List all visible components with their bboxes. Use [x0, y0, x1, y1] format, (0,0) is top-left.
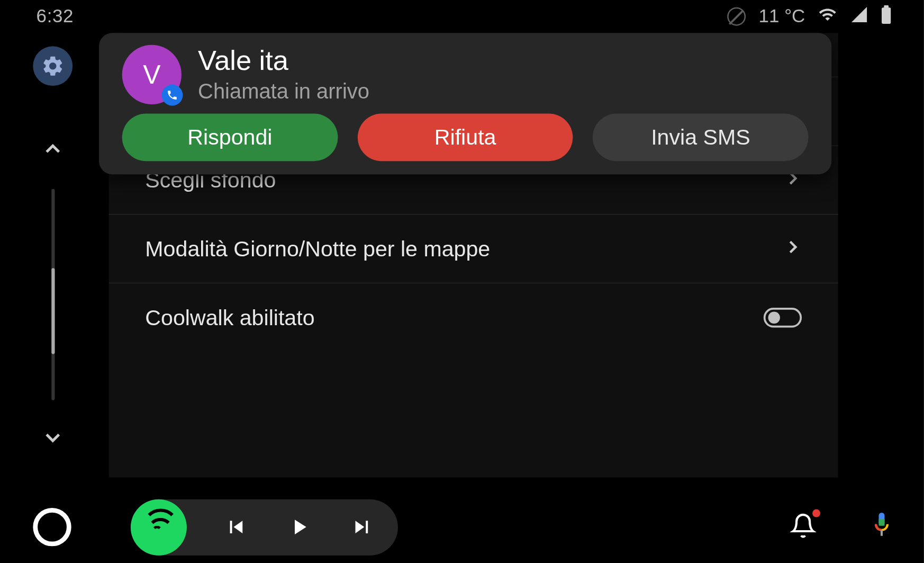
answer-button[interactable]: Rispondi — [122, 113, 338, 161]
chevron-down-icon — [42, 427, 64, 448]
wifi-icon — [818, 5, 837, 28]
avatar: V — [122, 45, 182, 104]
play-icon — [286, 514, 311, 539]
previous-track-button[interactable] — [223, 514, 249, 540]
play-button[interactable] — [286, 514, 312, 540]
clock: 6:32 — [37, 6, 74, 27]
call-status: Chiamata in arrivo — [198, 79, 369, 103]
assistant-mic-button[interactable] — [873, 511, 891, 543]
phone-badge-icon — [162, 85, 183, 106]
status-bar: 6:32 11 °C — [0, 0, 924, 33]
chevron-up-icon — [42, 139, 64, 160]
bottom-bar — [0, 491, 924, 563]
send-sms-button[interactable]: Invia SMS — [593, 113, 808, 161]
svg-rect-3 — [879, 519, 885, 525]
notifications-button[interactable] — [790, 511, 817, 543]
media-control-pill — [131, 499, 398, 555]
launcher-button[interactable] — [33, 508, 71, 546]
dnd-icon — [727, 7, 746, 26]
skip-next-icon — [349, 514, 374, 539]
notification-dot — [812, 509, 820, 517]
battery-icon — [882, 5, 891, 28]
left-rail — [0, 33, 106, 490]
incoming-call-notification: V Vale ita Chiamata in arrivo Rispondi R… — [99, 33, 831, 174]
scroll-up-button[interactable] — [42, 126, 64, 176]
toggle-off[interactable] — [764, 308, 802, 327]
mic-icon — [873, 531, 891, 542]
gear-icon — [41, 54, 65, 78]
settings-button[interactable] — [33, 46, 73, 86]
bell-icon — [790, 531, 817, 542]
list-item-label: Modalità Giorno/Notte per le mappe — [145, 236, 490, 261]
temperature: 11 °C — [759, 6, 805, 27]
scroll-thumb[interactable] — [51, 268, 55, 354]
spotify-icon[interactable] — [131, 499, 187, 555]
next-track-button[interactable] — [348, 514, 375, 540]
list-item-label: Coolwalk abilitato — [145, 305, 314, 330]
svg-rect-1 — [884, 5, 889, 8]
caller-name: Vale ita — [198, 46, 369, 77]
decline-button[interactable]: Rifiuta — [357, 113, 573, 161]
skip-previous-icon — [224, 514, 249, 539]
svg-rect-0 — [882, 7, 891, 24]
signal-icon — [850, 5, 868, 28]
scroll-track[interactable] — [51, 189, 55, 400]
scroll-down-button[interactable] — [42, 414, 64, 464]
list-item-coolwalk[interactable]: Coolwalk abilitato — [109, 283, 838, 352]
list-item-day-night[interactable]: Modalità Giorno/Notte per le mappe — [109, 215, 838, 283]
chevron-right-icon — [783, 236, 802, 261]
